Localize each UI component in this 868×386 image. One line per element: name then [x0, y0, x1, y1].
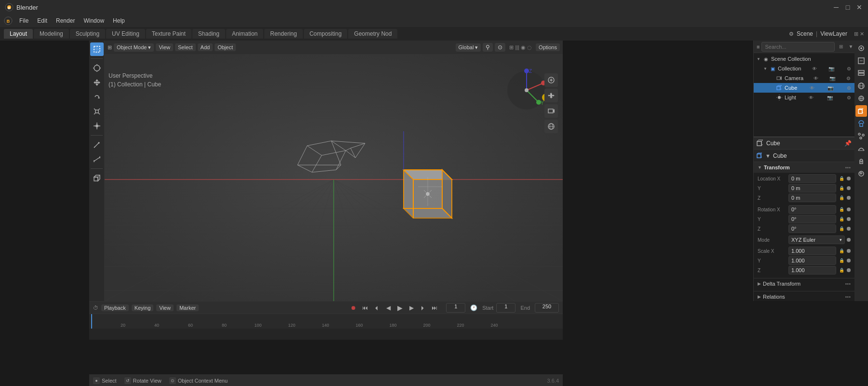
props-pin-icon[interactable]: 📌	[844, 140, 852, 147]
camera-render-icon[interactable]: 📷	[828, 74, 836, 82]
timeline-ruler[interactable]: 20 40 60 80 100 120 140 160 180 200 220 …	[89, 314, 563, 329]
cursor-tool[interactable]	[90, 61, 104, 75]
lock-sy-icon[interactable]: 🔒	[838, 257, 845, 264]
tab-geometry-nodes[interactable]: Geometry Nod	[348, 29, 397, 39]
cube-render-icon[interactable]: 📷	[827, 84, 834, 92]
viewport-zoom-in[interactable]	[544, 73, 558, 87]
menu-window[interactable]: Window	[80, 16, 108, 25]
maximize-button[interactable]: □	[844, 3, 852, 11]
tab-compositing[interactable]: Compositing	[304, 29, 348, 39]
rotation-mode-dropdown[interactable]: XYZ Euler ▾	[788, 235, 845, 244]
rotation-y-value[interactable]: 0°	[788, 215, 836, 223]
viewport-camera-view[interactable]	[544, 104, 558, 118]
menu-render[interactable]: Render	[52, 16, 79, 25]
outliner-filter-icon[interactable]: ▼	[846, 42, 854, 51]
viewport-canvas[interactable]: X Y Z User Perspective (1) Collection | …	[105, 54, 563, 301]
transform-section-header[interactable]: ▼ Transform •••	[754, 162, 854, 173]
tree-collection[interactable]: ▼ ▣ Collection 👁 📷 ⚙	[754, 64, 854, 73]
lock-sz-icon[interactable]: 🔒	[838, 267, 845, 274]
tree-scene-collection[interactable]: ▼ ◉ Scene Collection	[754, 54, 854, 64]
scale-x-value[interactable]: 1.000	[788, 247, 836, 255]
world-tab[interactable]	[855, 93, 867, 104]
tree-cube[interactable]: ▶ Cube 👁 📷 ⚙	[754, 83, 854, 93]
timeline-view-btn[interactable]: View	[156, 304, 174, 311]
tab-texture-paint[interactable]: Texture Paint	[146, 29, 191, 39]
scene-tab[interactable]	[855, 80, 867, 92]
location-x-value[interactable]: 0 m	[788, 174, 836, 183]
menu-edit[interactable]: Edit	[33, 16, 51, 25]
collection-render-icon[interactable]: 📷	[827, 65, 835, 72]
transform-dropdown[interactable]: Global ▾	[456, 43, 481, 52]
skip-end-btn[interactable]: ⏭	[430, 303, 439, 313]
select-menu[interactable]: Select	[175, 43, 196, 51]
scale-tool[interactable]	[90, 105, 104, 118]
physics-tab[interactable]	[855, 143, 867, 154]
menu-file[interactable]: File	[15, 16, 32, 25]
tree-light[interactable]: ▶ Light 👁 📷 ⚙	[754, 93, 854, 102]
tab-sculpting[interactable]: Sculpting	[70, 29, 105, 39]
proportional-icon[interactable]: ⊙	[495, 43, 505, 52]
current-frame-input[interactable]: 1	[446, 303, 465, 313]
constraints-tab[interactable]	[855, 155, 867, 167]
tab-modeling[interactable]: Modeling	[34, 29, 69, 39]
render-tab[interactable]	[855, 42, 867, 54]
particles-tab[interactable]	[855, 130, 867, 142]
light-render-icon[interactable]: 📷	[826, 94, 834, 101]
prev-key-btn[interactable]: ◀	[383, 303, 393, 313]
viewport-world-btn[interactable]	[544, 120, 558, 133]
camera-extra-icon[interactable]: ⚙	[845, 74, 853, 82]
options-btn[interactable]: Options	[536, 43, 560, 51]
3d-viewport[interactable]: ⊞ Object Mode ▾ View Select Add Object G…	[105, 41, 563, 301]
rotation-x-value[interactable]: 0°	[788, 205, 836, 214]
transform-tool[interactable]	[90, 119, 104, 133]
view-menu[interactable]: View	[156, 43, 173, 51]
lock-rx-icon[interactable]: 🔒	[838, 206, 845, 213]
play-record-btn[interactable]: ⏺	[349, 303, 358, 313]
rotate-tool[interactable]	[90, 90, 104, 104]
tree-camera[interactable]: ▶ Camera 👁 📷 ⚙	[754, 73, 854, 83]
add-cube-tool[interactable]	[90, 171, 104, 185]
outliner-search[interactable]	[761, 42, 835, 52]
add-menu[interactable]: Add	[198, 43, 213, 51]
lock-x-icon[interactable]: 🔒	[838, 175, 845, 182]
lock-y-icon[interactable]: 🔒	[838, 185, 845, 192]
play-btn[interactable]: ▶	[395, 303, 405, 313]
menu-help[interactable]: Help	[109, 16, 129, 25]
modifier-tab[interactable]	[855, 118, 867, 129]
skip-start-btn[interactable]: ⏮	[360, 303, 370, 313]
lock-rz-icon[interactable]: 🔒	[838, 225, 845, 232]
cube-extra-icon[interactable]: ⚙	[845, 84, 853, 92]
tab-uv-editing[interactable]: UV Editing	[106, 29, 145, 39]
filter-icon[interactable]: ⊞	[837, 42, 845, 51]
timeline-playback-btn[interactable]: Playback	[101, 304, 129, 311]
material-tab[interactable]	[855, 168, 867, 179]
snap-icon[interactable]: ⚲	[483, 43, 493, 52]
prev-frame-btn[interactable]: ⏴	[372, 303, 381, 313]
end-frame-input[interactable]: 250	[535, 303, 559, 313]
output-tab[interactable]	[855, 55, 867, 67]
tab-rendering[interactable]: Rendering	[264, 29, 302, 39]
timeline-keying-btn[interactable]: Keying	[132, 304, 154, 311]
close-button[interactable]: ✕	[855, 3, 863, 11]
light-eye-icon[interactable]: 👁	[807, 94, 815, 101]
scene-name[interactable]: Scene	[797, 30, 813, 37]
timeline-marker-btn[interactable]: Marker	[176, 304, 199, 311]
view-layer-tab[interactable]	[855, 68, 867, 79]
scale-y-value[interactable]: 1.000	[788, 256, 836, 265]
select-box-tool[interactable]	[90, 42, 104, 56]
lock-ry-icon[interactable]: 🔒	[838, 216, 845, 222]
tab-shading[interactable]: Shading	[192, 29, 225, 39]
light-extra-icon[interactable]: ⚙	[845, 94, 853, 101]
collection-extra-icon[interactable]: ⚙	[845, 65, 853, 72]
object-menu[interactable]: Object	[215, 43, 236, 51]
props-object-name[interactable]: Cube	[766, 140, 842, 147]
next-frame-btn[interactable]: ⏵	[418, 303, 428, 313]
viewport-pan[interactable]	[544, 89, 558, 102]
object-tab[interactable]	[855, 105, 867, 117]
move-tool[interactable]	[90, 76, 104, 89]
cube-eye-icon[interactable]: 👁	[808, 84, 816, 92]
minimize-button[interactable]: ─	[832, 3, 840, 11]
collection-eye-icon[interactable]: 👁	[811, 65, 818, 72]
location-y-value[interactable]: 0 m	[788, 184, 836, 193]
tab-layout[interactable]: Layout	[4, 29, 33, 39]
